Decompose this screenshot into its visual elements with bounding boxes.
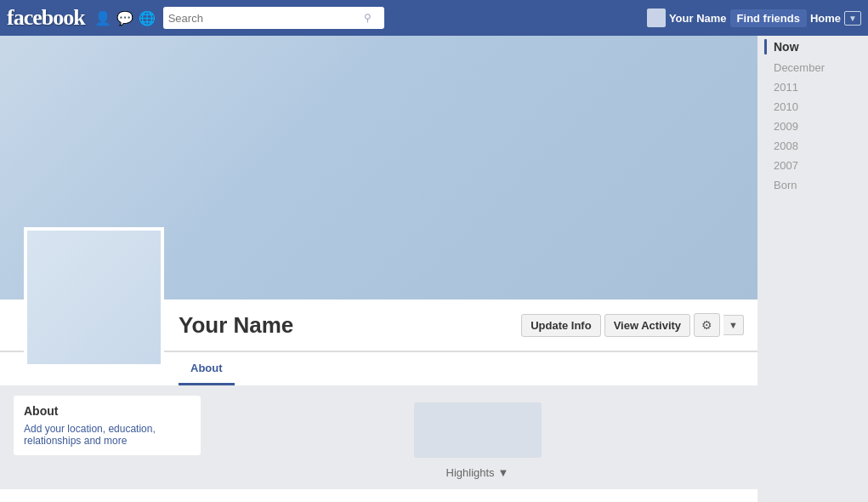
left-sidebar: About Add your location, education, rela… — [14, 396, 201, 479]
profile-section: Your Name Update Info View Activity ⚙ ▼ — [0, 299, 757, 351]
nav-right: Your Name Find friends Home ▼ — [647, 9, 861, 27]
highlights-label: Highlights — [446, 466, 495, 479]
nav-avatar — [647, 9, 666, 27]
tab-about[interactable]: About — [179, 353, 235, 385]
about-link[interactable]: Add your location, education, relationsh… — [24, 423, 190, 447]
timeline-born[interactable]: Born — [764, 175, 861, 195]
search-bar: ⚲ — [163, 7, 384, 29]
notifications-icon[interactable]: 🌐 — [139, 10, 156, 26]
messages-icon[interactable]: 💬 — [116, 10, 133, 26]
main-content: Your Name Update Info View Activity ⚙ ▼ … — [0, 36, 868, 502]
timeline-2010[interactable]: 2010 — [764, 97, 861, 117]
top-navigation: facebook 👤 💬 🌐 ⚲ Your Name Find friends … — [0, 0, 868, 36]
actions-dropdown-button[interactable]: ▼ — [723, 315, 744, 335]
timeline-2009[interactable]: 2009 — [764, 117, 861, 136]
search-icon[interactable]: ⚲ — [364, 12, 372, 24]
nav-user-name[interactable]: Your Name — [669, 12, 727, 25]
about-box: About Add your location, education, rela… — [14, 396, 201, 455]
profile-actions: Update Info View Activity ⚙ ▼ — [521, 313, 744, 337]
timeline-sidebar: Now December 2011 2010 2009 2008 2007 Bo… — [757, 36, 868, 502]
profile-area: Your Name Update Info View Activity ⚙ ▼ … — [0, 36, 757, 502]
timeline-december[interactable]: December — [764, 58, 861, 77]
friends-icon[interactable]: 👤 — [94, 10, 111, 26]
search-input[interactable] — [168, 12, 364, 25]
settings-gear-button[interactable]: ⚙ — [694, 313, 720, 337]
home-link[interactable]: Home — [810, 12, 841, 25]
profile-name: Your Name — [179, 312, 521, 339]
nav-dropdown-arrow[interactable]: ▼ — [844, 11, 861, 26]
highlights-bar[interactable]: Highlights ▼ — [446, 466, 509, 479]
view-activity-button[interactable]: View Activity — [604, 314, 690, 337]
highlights-arrow-icon: ▼ — [498, 466, 509, 479]
timeline-2008[interactable]: 2008 — [764, 136, 861, 156]
timeline-2011[interactable]: 2011 — [764, 77, 861, 97]
facebook-logo: facebook — [7, 5, 85, 31]
main-feed: Highlights ▼ — [211, 396, 744, 479]
content-below: About Add your location, education, rela… — [0, 385, 757, 489]
timeline-now[interactable]: Now — [764, 36, 861, 58]
find-friends-button[interactable]: Find friends — [730, 9, 807, 27]
profile-picture[interactable] — [24, 227, 164, 368]
update-info-button[interactable]: Update Info — [521, 314, 601, 337]
about-title: About — [24, 404, 190, 418]
timeline-2007[interactable]: 2007 — [764, 156, 861, 175]
timeline-placeholder — [414, 402, 542, 458]
